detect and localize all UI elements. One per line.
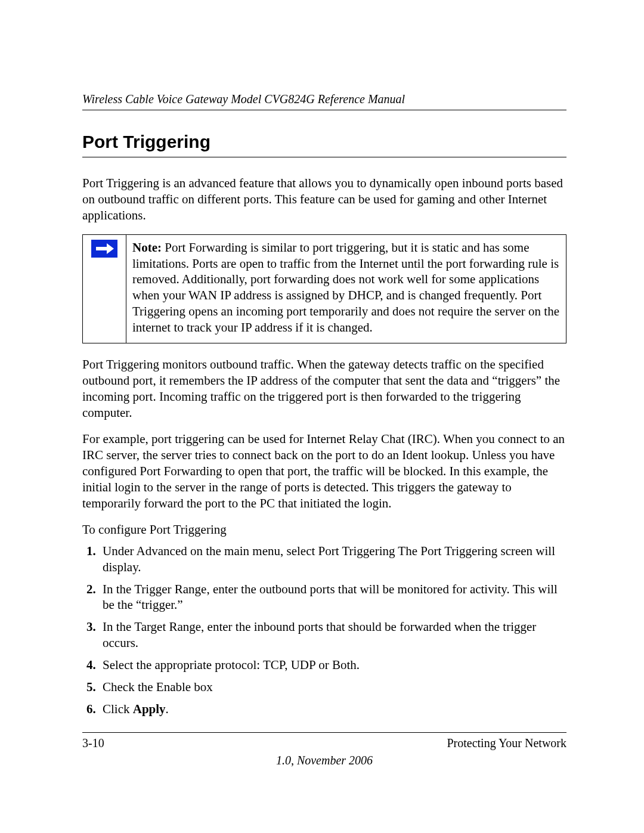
step-6-prefix: Click <box>103 702 133 716</box>
footer-section-name: Protecting Your Network <box>447 736 566 750</box>
step-5: Check the Enable box <box>99 679 566 695</box>
steps-list: Under Advanced on the main menu, select … <box>82 543 566 717</box>
step-1: Under Advanced on the main menu, select … <box>99 543 566 575</box>
title-rule <box>82 157 566 157</box>
apply-label: Apply <box>133 702 166 716</box>
running-header: Wireless Cable Voice Gateway Model CVG82… <box>82 92 566 106</box>
page-footer: 3-10 Protecting Your Network 1.0, Novemb… <box>82 732 566 767</box>
paragraph-2: For example, port triggering can be used… <box>82 431 566 511</box>
intro-paragraph: Port Triggering is an advanced feature t… <box>82 175 566 224</box>
arrow-right-icon <box>91 240 117 258</box>
step-4: Select the appropriate protocol: TCP, UD… <box>99 657 566 673</box>
steps-lead: To configure Port Triggering <box>82 522 566 537</box>
footer-version: 1.0, November 2006 <box>82 754 566 767</box>
step-2: In the Trigger Range, enter the outbound… <box>99 581 566 614</box>
note-text-cell: Note: Port Forwarding is similar to port… <box>126 234 566 343</box>
header-rule <box>82 110 566 110</box>
footer-rule <box>82 732 566 733</box>
page-number: 3-10 <box>82 736 104 750</box>
note-box: Note: Port Forwarding is similar to port… <box>82 234 566 343</box>
document-page: Wireless Cable Voice Gateway Model CVG82… <box>0 0 644 833</box>
step-6-suffix: . <box>166 702 169 716</box>
section-title: Port Triggering <box>82 127 566 152</box>
paragraph-1: Port Triggering monitors outbound traffi… <box>82 357 566 421</box>
note-icon-cell <box>83 234 126 343</box>
step-3: In the Target Range, enter the inbound p… <box>99 619 566 651</box>
step-6: Click Apply. <box>99 701 566 717</box>
note-label: Note: <box>132 240 162 255</box>
note-body: Port Forwarding is similar to port trigg… <box>132 240 559 335</box>
